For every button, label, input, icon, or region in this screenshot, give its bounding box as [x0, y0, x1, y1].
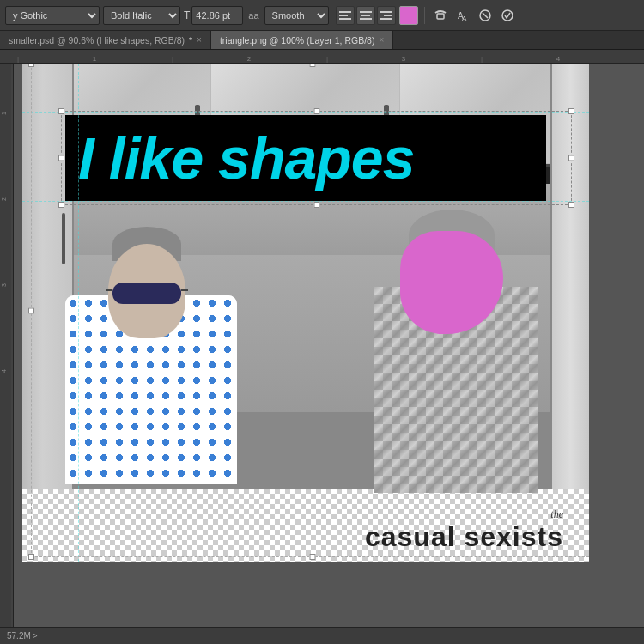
- svg-rect-0: [339, 11, 351, 13]
- svg-rect-1: [339, 15, 348, 16]
- status-bar: 57.2M >: [0, 627, 644, 644]
- person1-face: [108, 244, 185, 338]
- svg-text:A: A: [462, 15, 467, 21]
- guide-v-2: [538, 64, 538, 562]
- svg-text:3: 3: [1, 283, 7, 287]
- align-group: [336, 6, 396, 25]
- ruler-mark-3: 3: [326, 55, 481, 63]
- svg-line-13: [483, 13, 488, 18]
- font-size-icon: T: [184, 9, 190, 21]
- tab-close-smaller[interactable]: ×: [197, 35, 202, 45]
- aa-label: aa: [248, 10, 258, 21]
- svg-text:4: 4: [1, 369, 7, 373]
- guide-h-1: [22, 112, 589, 113]
- font-style-select[interactable]: Bold Italic: [103, 6, 180, 25]
- confirm-btn[interactable]: [498, 6, 517, 25]
- person1-head: [100, 227, 194, 338]
- tab-close-triangle[interactable]: ×: [379, 35, 384, 45]
- tab-smaller-psd[interactable]: smaller.psd @ 90.6% (I like shapes, RGB/…: [0, 31, 211, 49]
- ruler-mark-1: 1: [17, 55, 172, 63]
- character-palette-btn[interactable]: AA: [453, 6, 472, 25]
- toolbar: y Gothic Bold Italic T aa Smooth AA: [0, 0, 644, 31]
- document-tabs: smaller.psd @ 90.6% (I like shapes, RGB/…: [0, 31, 644, 50]
- photoshop-canvas[interactable]: I like shapes: [22, 64, 589, 562]
- smooth-select[interactable]: Smooth: [264, 6, 329, 25]
- svg-rect-4: [361, 15, 370, 16]
- svg-rect-7: [384, 15, 392, 16]
- svg-rect-6: [380, 11, 392, 13]
- svg-point-14: [502, 10, 513, 21]
- guide-v-1: [78, 64, 79, 562]
- person1-figure[interactable]: [57, 227, 246, 484]
- vertical-ruler: 1 2 3 4: [0, 64, 14, 627]
- ruler-mark-4: 4: [481, 55, 635, 63]
- canvas-area: 1 2 3 4: [0, 64, 644, 627]
- svg-rect-2: [339, 18, 351, 20]
- color-swatch[interactable]: [399, 6, 418, 25]
- status-arrow: >: [33, 631, 38, 641]
- svg-rect-8: [380, 18, 392, 20]
- svg-text:1: 1: [1, 112, 7, 115]
- canvas-wrapper: I like shapes: [14, 64, 644, 627]
- font-size-group: T: [184, 6, 243, 25]
- toolbar-divider-1: [424, 7, 425, 24]
- status-zoom: 57.2M: [7, 631, 31, 641]
- align-left-btn[interactable]: [336, 6, 355, 25]
- bottom-text-main: casual sexists: [365, 521, 563, 553]
- horizontal-ruler: 1 2 3 4: [0, 50, 644, 64]
- tab-modified-indicator: *: [189, 35, 192, 46]
- ruler-mark-2: 2: [172, 55, 326, 63]
- align-center-btn[interactable]: [356, 6, 375, 25]
- person2-figure[interactable]: [357, 201, 563, 493]
- tab-triangle-png[interactable]: triangle.png @ 100% (Layer 1, RGB/8) ×: [211, 31, 393, 49]
- banner-text[interactable]: I like shapes: [78, 129, 414, 187]
- text-banner: I like shapes: [65, 115, 546, 201]
- tab-triangle-name: triangle.png @ 100% (Layer 1, RGB/8): [220, 35, 375, 46]
- svg-text:2: 2: [1, 197, 7, 201]
- font-size-input[interactable]: [191, 6, 243, 25]
- guide-h-2: [22, 201, 589, 202]
- person2-head: [392, 210, 520, 347]
- cancel-btn[interactable]: [476, 6, 495, 25]
- font-name-select[interactable]: y Gothic: [5, 6, 100, 25]
- svg-rect-5: [360, 18, 372, 20]
- person2-pink-face: [400, 231, 503, 334]
- svg-rect-3: [360, 11, 372, 13]
- ruler-marks: 1 2 3 4: [17, 50, 635, 63]
- bottom-branding: the casual sexists: [365, 508, 563, 553]
- warp-text-btn[interactable]: [431, 6, 450, 25]
- align-right-btn[interactable]: [377, 6, 396, 25]
- bottom-text-the: the: [365, 508, 563, 521]
- svg-rect-9: [437, 14, 444, 19]
- person1-sunglasses: [112, 283, 181, 304]
- tab-smaller-name: smaller.psd @ 90.6% (I like shapes, RGB/…: [9, 35, 185, 46]
